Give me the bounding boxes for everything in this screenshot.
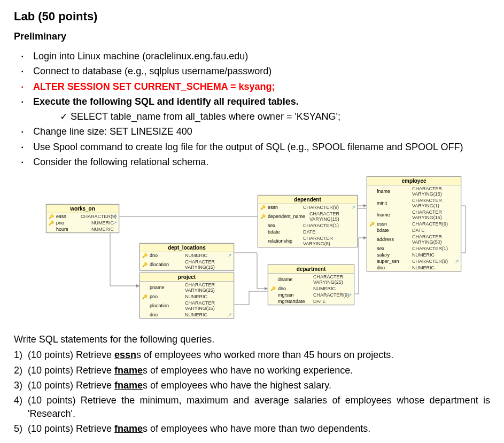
prelim-login: Login into Linux machine (oraclelinux.en… xyxy=(33,50,490,63)
schema-diagram: works_on 🔑essnCHARACTER(9)↗ 🔑pnoNUMERIC↗… xyxy=(46,174,468,329)
prelim-spool: Use Spool command to create log file for… xyxy=(33,141,490,153)
prelim-linesize: Change line size: SET LINESIZE 400 xyxy=(33,125,490,138)
table-works-on: works_on 🔑essnCHARACTER(9)↗ 🔑pnoNUMERIC↗… xyxy=(46,204,119,233)
page-title: Lab (50 points) xyxy=(14,10,490,24)
question-5: 5) (10 points) Retrieve fnames of employ… xyxy=(14,422,490,435)
question-3: 3) (10 points) Retrieve fnames of employ… xyxy=(14,379,490,392)
question-4: 4) (10 points) Retrieve the minimum, max… xyxy=(14,394,490,420)
questions-list: 1) (10 points) Retrieve essns of employe… xyxy=(14,348,490,435)
prelim-connect: Connect to database (e.g., sqlplus usern… xyxy=(33,65,490,77)
questions-intro: Write SQL statements for the following q… xyxy=(14,334,490,345)
prelim-execute: Execute the following SQL and identify a… xyxy=(33,95,490,123)
table-employee: employee fnameCHARACTER VARYING(15) mini… xyxy=(367,176,461,271)
question-1: 1) (10 points) Retrieve essns of employe… xyxy=(14,348,490,361)
prelim-select: SELECT table_name from all_tables where … xyxy=(33,110,490,123)
table-project: project pnameCHARACTER VARYING(25) 🔑pnoN… xyxy=(139,273,234,318)
question-2: 2) (10 points) Retrieve fnames of employ… xyxy=(14,364,490,377)
table-dependent: dependent 🔑essnCHARACTER(9)↗ 🔑dependent_… xyxy=(258,195,358,247)
prelim-alter: ALTER SESSION SET CURRENT_SCHEMA = ksyan… xyxy=(33,80,490,93)
table-department: department dnameCHARACTER VARYING(25) 🔑d… xyxy=(268,265,354,305)
preliminary-list: Login into Linux machine (oraclelinux.en… xyxy=(14,50,490,168)
section-preliminary: Preliminary xyxy=(14,31,490,42)
prelim-consider: Consider the following relational schema… xyxy=(33,156,490,168)
table-dept-locations: dept_locations 🔑dnoNUMERIC↗ 🔑dlocationCH… xyxy=(139,243,234,271)
